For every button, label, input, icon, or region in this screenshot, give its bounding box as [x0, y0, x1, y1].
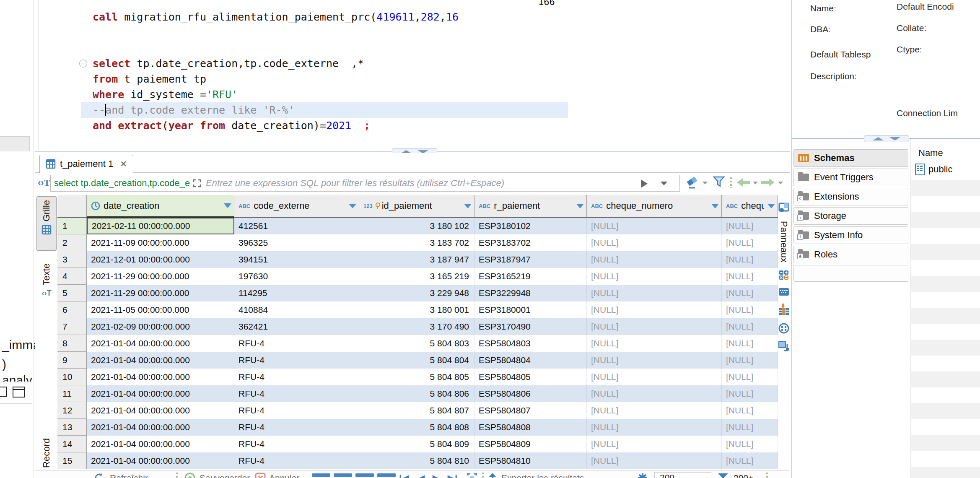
apply-filter-icon[interactable]	[641, 179, 648, 188]
row-number[interactable]: 7	[57, 318, 87, 335]
grid-cell-chequ[interactable]: [NULL]	[722, 285, 778, 301]
grid-cell-chequ[interactable]: [NULL]	[722, 385, 778, 402]
cancel-label[interactable]: Annuler	[269, 473, 299, 478]
grid-cell-cheque_numero[interactable]: [NULL]	[587, 218, 722, 234]
grid-cell-code_externe[interactable]: 410884	[234, 301, 359, 318]
grid-cell-r_paiement[interactable]: ESP3229948	[474, 285, 587, 301]
last-row-icon[interactable]: ▶|	[448, 473, 457, 478]
grid-cell-cheque_numero[interactable]: [NULL]	[587, 452, 722, 469]
cancel-icon[interactable]	[255, 473, 266, 478]
row-number[interactable]: 10	[57, 369, 87, 385]
grid-cell-cheque_numero[interactable]: [NULL]	[587, 335, 722, 352]
grid-cell-cheque_numero[interactable]: [NULL]	[587, 234, 722, 251]
expand-filter-icon[interactable]	[192, 179, 202, 188]
prev-row-icon[interactable]: ◀	[417, 473, 425, 478]
grid-cell-code_externe[interactable]: RFU-4	[234, 335, 359, 352]
grid-cell-chequ[interactable]: [NULL]	[722, 369, 778, 385]
fetch-size-input[interactable]: 200	[654, 472, 711, 478]
grid-cell-date_creation[interactable]: 2021-12-01 00:00:00.000	[87, 251, 234, 268]
grid-cell-id_paiement[interactable]: 3 165 219	[359, 268, 474, 285]
grid-cell-code_externe[interactable]: RFU-4	[234, 352, 359, 369]
grid-cell-code_externe[interactable]: 114295	[234, 285, 359, 301]
add-row-icon[interactable]	[334, 473, 352, 477]
column-header-id_paiement[interactable]: 123id_paiement	[359, 195, 474, 218]
grid-cell-id_paiement[interactable]: 5 804 805	[359, 369, 474, 385]
column-header-chequ[interactable]: ABCchequ	[722, 195, 778, 218]
grid-cell-code_externe[interactable]: RFU-4	[234, 436, 359, 452]
filter-input[interactable]: select tp.date_creation,tp.code_e Entrez…	[50, 175, 680, 192]
previous-result-icon[interactable]	[736, 177, 751, 187]
grid-cell-r_paiement[interactable]: ESP5804806	[474, 385, 587, 402]
row-count-funnel-icon[interactable]	[718, 473, 729, 478]
grid-cell-r_paiement[interactable]: ESP3180102	[474, 218, 587, 234]
column-header-code_externe[interactable]: ABCcode_externe	[234, 195, 359, 218]
next-dropdown-icon[interactable]	[778, 182, 783, 184]
grid-cell-id_paiement[interactable]: 3 183 702	[359, 234, 474, 251]
grid-cell-cheque_numero[interactable]: [NULL]	[587, 318, 722, 335]
grid-cell-r_paiement[interactable]: ESP5804803	[474, 335, 587, 352]
refresh-icon[interactable]	[94, 473, 105, 478]
grid-cell-cheque_numero[interactable]: [NULL]	[587, 285, 722, 301]
edit-row-icon[interactable]	[312, 473, 330, 477]
row-number[interactable]: 12	[57, 402, 87, 419]
row-number[interactable]: 13	[57, 419, 87, 436]
grid-cell-r_paiement[interactable]: ESP5804804	[474, 352, 587, 369]
layout-panel-icon[interactable]	[778, 341, 789, 351]
save-icon[interactable]	[184, 473, 195, 478]
grid-cell-date_creation[interactable]: 2021-02-09 00:00:00.000	[87, 318, 234, 335]
fold-collapse-icon[interactable]	[79, 60, 87, 68]
grid-cell-r_paiement[interactable]: ESP5804810	[474, 452, 587, 469]
grid-cell-cheque_numero[interactable]: [NULL]	[587, 251, 722, 268]
grid-cell-id_paiement[interactable]: 5 804 809	[359, 436, 474, 452]
grid-cell-id_paiement[interactable]: 5 804 808	[359, 419, 474, 436]
tab-t-paiement-1[interactable]: t_paiement 1 ✕	[39, 155, 133, 173]
column-sort-dropdown-icon[interactable]	[767, 204, 775, 208]
row-number[interactable]: 8	[57, 335, 87, 352]
grid-cell-r_paiement[interactable]: ESP3183702	[474, 234, 587, 251]
grid-cell-chequ[interactable]: [NULL]	[722, 218, 778, 234]
column-header-cheque_numero[interactable]: ABCcheque_numero	[587, 195, 722, 218]
grid-cell-cheque_numero[interactable]: [NULL]	[587, 385, 722, 402]
grid-cell-r_paiement[interactable]: ESP5804809	[474, 436, 587, 452]
nav-item-event-triggers[interactable]: Event Triggers	[793, 169, 908, 186]
grid-cell-chequ[interactable]: [NULL]	[722, 352, 778, 369]
grid-cell-r_paiement[interactable]: ESP5804807	[474, 402, 587, 419]
grid-cell-date_creation[interactable]: 2021-11-29 00:00:00.000	[87, 285, 234, 301]
grid-cell-code_externe[interactable]: RFU-4	[234, 452, 359, 469]
grid-cell-id_paiement[interactable]: 3 170 490	[359, 318, 474, 335]
grid-cell-cheque_numero[interactable]: [NULL]	[587, 268, 722, 285]
eraser-dropdown-icon[interactable]	[703, 182, 708, 184]
presentation-tab-grille[interactable]: Grille	[36, 196, 57, 251]
grid-cell-id_paiement[interactable]: 3 229 948	[359, 285, 474, 301]
row-number[interactable]: 11	[57, 385, 87, 402]
aggregate-panel-icon[interactable]	[778, 304, 789, 315]
grid-cell-id_paiement[interactable]: 5 804 803	[359, 335, 474, 352]
grid-cell-date_creation[interactable]: 2021-02-11 00:00:00.000	[87, 218, 234, 234]
sql-editor[interactable]: call migration_rfu_alimentation_paiement…	[39, 0, 790, 151]
column-sort-dropdown-icon[interactable]	[349, 204, 356, 208]
nav-item-extensions[interactable]: cExtensions	[793, 188, 908, 205]
fetch-settings-icon[interactable]	[637, 473, 648, 478]
grid-cell-cheque_numero[interactable]: [NULL]	[587, 436, 722, 452]
row-number[interactable]: 4	[57, 268, 87, 285]
grid-cell-id_paiement[interactable]: 5 804 810	[359, 452, 474, 469]
grid-cell-chequ[interactable]: [NULL]	[722, 452, 778, 469]
grid-cell-cheque_numero[interactable]: [NULL]	[587, 301, 722, 318]
grid-cell-chequ[interactable]: [NULL]	[722, 335, 778, 352]
grid-cell-date_creation[interactable]: 2021-01-04 00:00:00.000	[87, 419, 234, 436]
grid-cell-id_paiement[interactable]: 3 180 001	[359, 301, 474, 318]
clear-filter-eraser-icon[interactable]	[686, 177, 699, 189]
row-number[interactable]: 2	[57, 234, 87, 251]
delete-row-icon[interactable]	[377, 473, 396, 477]
calculator-panel-icon[interactable]	[779, 270, 789, 280]
value-viewer-panel-icon[interactable]	[778, 288, 789, 296]
grid-cell-cheque_numero[interactable]: [NULL]	[587, 352, 722, 369]
previous-dropdown-icon[interactable]	[753, 182, 758, 184]
grid-cell-code_externe[interactable]: RFU-4	[234, 402, 359, 419]
window-layout-icon[interactable]	[13, 387, 25, 397]
column-sort-dropdown-icon[interactable]	[711, 204, 719, 208]
grid-cell-cheque_numero[interactable]: [NULL]	[587, 419, 722, 436]
panel-config-icon[interactable]	[778, 203, 789, 213]
grid-cell-id_paiement[interactable]: 5 804 806	[359, 385, 474, 402]
row-number[interactable]: 9	[57, 352, 87, 369]
